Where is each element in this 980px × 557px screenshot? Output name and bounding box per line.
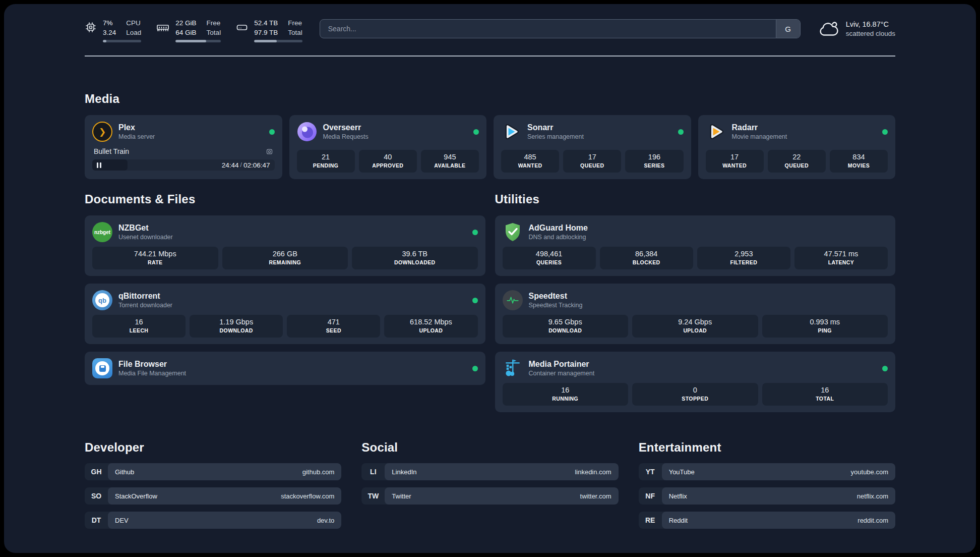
plex-card[interactable]: ❯ Plex Media server Bullet Train xyxy=(85,115,282,179)
section-social: Social LI LinkedInlinkedin.com TW Twitte… xyxy=(361,440,618,529)
bookmark-netflix[interactable]: NF Netflixnetflix.com xyxy=(639,487,895,505)
bookmark-abbr: DT xyxy=(85,512,108,529)
bookmark-url: stackoverflow.com xyxy=(281,492,334,500)
stat-tile: 16RUNNING xyxy=(503,383,629,406)
app-name: Sonarr xyxy=(527,123,584,133)
bookmark-name: Github xyxy=(115,468,134,476)
bookmark-reddit[interactable]: RE Redditreddit.com xyxy=(639,512,895,529)
stat-tile: 2,953FILTERED xyxy=(697,247,790,269)
stat-tile: 16LEECH xyxy=(92,315,186,338)
status-dot xyxy=(472,230,478,235)
stat-tile: 485WANTED xyxy=(501,150,559,173)
status-dot xyxy=(472,366,478,371)
speedtest-card[interactable]: Speedtest Speedtest Tracking 9.65 GbpsDO… xyxy=(495,284,896,344)
radarr-card[interactable]: Radarr Movie management 17WANTED 22QUEUE… xyxy=(698,115,896,179)
bookmark-linkedin[interactable]: LI LinkedInlinkedin.com xyxy=(361,463,618,480)
app-name: Media Portainer xyxy=(529,359,595,369)
cpu-icon xyxy=(85,21,97,35)
search-engine-button[interactable]: G xyxy=(776,20,800,38)
search-input[interactable] xyxy=(320,19,801,38)
bookmark-twitter[interactable]: TW Twittertwitter.com xyxy=(361,487,618,505)
top-bar: 7% 3.24 CPU Load xyxy=(85,18,895,42)
qbittorrent-icon: qb xyxy=(92,290,112,310)
memory-icon xyxy=(156,21,169,35)
bookmark-abbr: LI xyxy=(361,463,385,480)
entertainment-section-title: Entertainment xyxy=(639,440,895,455)
stat-tile: 471SEED xyxy=(287,315,380,338)
utilities-section-title: Utilities xyxy=(495,192,896,206)
memory-progress-bar xyxy=(175,40,221,42)
bookmark-abbr: NF xyxy=(639,487,662,505)
cloud-icon xyxy=(818,19,839,38)
status-dot xyxy=(882,366,888,371)
nzbget-card[interactable]: nzbget NZBGet Usenet downloader 744.21 M… xyxy=(85,215,485,276)
bookmark-url: reddit.com xyxy=(858,517,888,524)
bookmark-name: DEV xyxy=(115,517,129,524)
cpu-load-value: 3.24 xyxy=(103,28,116,37)
stat-tile: 40APPROVED xyxy=(359,150,417,173)
documents-section-title: Documents & Files xyxy=(85,192,485,206)
app-name: Speedtest xyxy=(529,291,583,301)
app-name: Overseerr xyxy=(323,123,369,133)
stat-tile: 22QUEUED xyxy=(768,150,826,173)
sonarr-card[interactable]: Sonarr Series management 485WANTED 17QUE… xyxy=(494,115,691,179)
sonarr-icon xyxy=(501,122,521,142)
stat-tile: 9.24 GbpsUPLOAD xyxy=(632,315,758,338)
app-description: Media server xyxy=(118,133,155,141)
bookmark-abbr: SO xyxy=(85,487,108,505)
search-bar: G xyxy=(320,19,801,38)
adguard-card[interactable]: AdGuard Home DNS and adblocking 498,461Q… xyxy=(495,215,896,276)
adguard-shield-icon xyxy=(503,222,523,242)
playback-time: 24:44 / 02:06:47 xyxy=(222,159,270,171)
cpu-usage-label: CPU xyxy=(126,18,141,28)
portainer-card[interactable]: Media Portainer Container management 16R… xyxy=(495,352,896,412)
bookmark-dev[interactable]: DT DEVdev.to xyxy=(85,512,341,529)
app-name: qBittorrent xyxy=(118,291,172,301)
weather-widget: Lviv, 16.87°C scattered clouds xyxy=(818,19,895,38)
status-dot xyxy=(472,298,478,303)
section-developer: Developer GH Githubgithub.com SO StackOv… xyxy=(85,440,341,529)
app-description: Torrent downloader xyxy=(118,301,172,310)
stat-tile: 1.19 GbpsDOWNLOAD xyxy=(190,315,283,338)
bookmark-url: dev.to xyxy=(317,517,334,524)
stat-tile: 0.993 msPING xyxy=(762,315,888,338)
status-dot xyxy=(473,129,479,135)
cpu-stat: 7% 3.24 CPU Load xyxy=(85,18,141,42)
memory-total-label: Total xyxy=(207,28,221,37)
now-playing-title: Bullet Train xyxy=(94,147,129,155)
pause-button[interactable] xyxy=(92,159,128,171)
overseerr-icon xyxy=(297,122,317,142)
media-section-title: Media xyxy=(85,92,895,106)
overseerr-card[interactable]: Overseerr Media Requests 21PENDING 40APP… xyxy=(289,115,487,179)
bookmark-abbr: RE xyxy=(639,512,662,529)
qbittorrent-card[interactable]: qb qBittorrent Torrent downloader 16LEEC… xyxy=(85,284,485,344)
stat-tile: 266 GBREMAINING xyxy=(222,247,348,269)
disk-total-label: Total xyxy=(288,28,302,37)
weather-location-temp: Lviv, 16.87°C xyxy=(846,19,895,29)
disk-progress-bar xyxy=(254,40,302,42)
bookmark-name: StackOverflow xyxy=(115,492,157,500)
app-description: Series management xyxy=(527,133,584,141)
bookmark-abbr: GH xyxy=(85,463,108,480)
memory-total-value: 64 GiB xyxy=(175,28,196,37)
plex-now-playing: Bullet Train xyxy=(92,147,275,155)
bookmark-name: YouTube xyxy=(669,468,695,476)
bookmark-name: Netflix xyxy=(669,492,687,500)
bookmark-url: youtube.com xyxy=(851,468,888,476)
bookmark-abbr: TW xyxy=(361,487,385,505)
app-description: DNS and adblocking xyxy=(529,233,588,242)
bookmark-github[interactable]: GH Githubgithub.com xyxy=(85,463,341,480)
app-description: Usenet downloader xyxy=(118,233,173,242)
bookmark-youtube[interactable]: YT YouTubeyoutube.com xyxy=(639,463,895,480)
app-name: Plex xyxy=(118,123,155,133)
section-utilities: Utilities AdGuard Home DNS and adblockin… xyxy=(495,192,896,412)
app-name: AdGuard Home xyxy=(529,223,588,233)
stat-tile: 945AVAILABLE xyxy=(421,150,479,173)
stat-tile: 498,461QUERIES xyxy=(503,247,596,269)
playback-progress-bar: 24:44 / 02:06:47 xyxy=(92,159,275,171)
bookmark-stackoverflow[interactable]: SO StackOverflowstackoverflow.com xyxy=(85,487,341,505)
memory-stat: 22 GiB 64 GiB Free Total xyxy=(156,18,221,42)
bookmark-url: twitter.com xyxy=(580,492,611,500)
disk-free-label: Free xyxy=(288,18,302,28)
filebrowser-card[interactable]: File Browser Media File Management xyxy=(85,352,485,385)
